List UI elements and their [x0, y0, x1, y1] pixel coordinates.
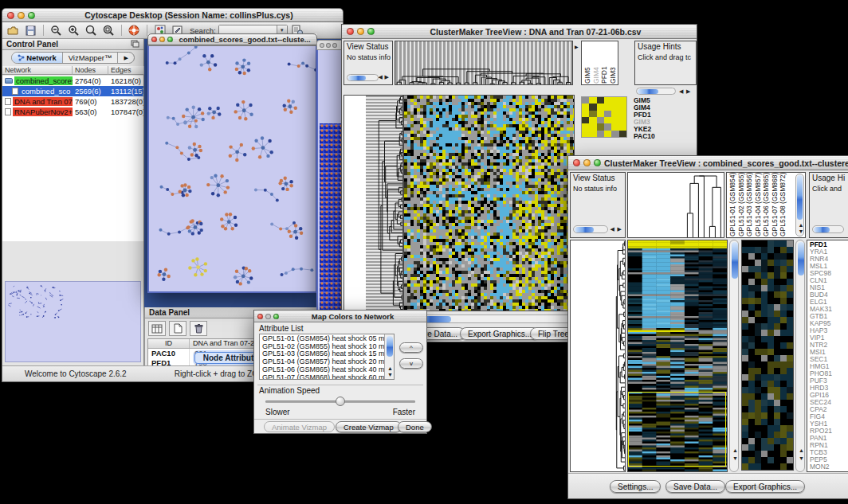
minimize-button[interactable]: [159, 37, 165, 42]
close-button[interactable]: [7, 12, 14, 19]
tv2-column-dendrogram[interactable]: [627, 172, 724, 238]
tv2-genelist-scrollbar[interactable]: ▲ ▼: [795, 240, 805, 472]
scroll-down-icon[interactable]: ▼: [799, 455, 804, 462]
animation-speed-slider[interactable]: [265, 400, 415, 403]
tab-vizmapper[interactable]: VizMapper™: [63, 53, 119, 63]
scroll-right-icon[interactable]: ▶: [618, 226, 622, 232]
treeview1-titlebar[interactable]: ClusterMaker TreeView : DNA and Tran 07-…: [342, 25, 697, 39]
expand-arrow-icon[interactable]: ▶: [575, 44, 579, 49]
column-label[interactable]: GPL51-01 (GSM854): [728, 174, 737, 236]
column-label[interactable]: GIM4: [592, 42, 601, 84]
column-label[interactable]: GPL51-03 (GSM856): [745, 174, 754, 236]
minimize-button[interactable]: [583, 159, 591, 166]
view-status-scrollbar[interactable]: [573, 225, 608, 233]
animate-vizmap-button[interactable]: Animate Vizmap: [264, 421, 335, 432]
tv2-row-dendrogram[interactable]: [570, 240, 626, 472]
float-panel-icon[interactable]: [131, 40, 139, 49]
save-session-button[interactable]: [23, 24, 38, 37]
delete-attribute-button[interactable]: [190, 321, 207, 336]
scroll-down-icon[interactable]: ▼: [799, 229, 804, 235]
tab-network[interactable]: Network: [12, 53, 62, 63]
gene-label[interactable]: PAC10: [634, 133, 655, 140]
cytoscape-titlebar[interactable]: Cytoscape Desktop (Session Name: collins…: [2, 8, 344, 22]
attribute-list-scrollbar[interactable]: ▲ ▼: [384, 334, 394, 379]
tv1-zoom-hscrollbar[interactable]: [636, 88, 676, 95]
usage-hints-scrollbar[interactable]: [812, 225, 844, 233]
column-label[interactable]: GPL51-08 (GSM872): [779, 174, 787, 236]
scroll-down-icon[interactable]: ▼: [732, 455, 738, 462]
export-graphics-button[interactable]: Export Graphics...: [460, 327, 540, 340]
tv2-zoom-heatmap[interactable]: [741, 240, 794, 471]
close-button[interactable]: [257, 314, 263, 319]
dialog-titlebar[interactable]: Map Colors to Network: [254, 311, 426, 322]
network-view-titlebar[interactable]: combined_scores_good.txt--cluste...: [147, 33, 317, 45]
tv1-row-dendrogram[interactable]: [344, 95, 403, 311]
open-session-button[interactable]: [6, 24, 21, 37]
close-button[interactable]: [151, 37, 157, 42]
save-data-button[interactable]: Save Data...: [665, 480, 725, 493]
gene-label[interactable]: MON2: [810, 463, 848, 471]
tv1-column-dendrogram[interactable]: [395, 41, 573, 85]
scroll-up-icon[interactable]: ▲: [799, 447, 804, 454]
close-button[interactable]: [320, 43, 324, 48]
column-label[interactable]: GIM3: [609, 42, 618, 84]
network-row[interactable]: DNA and Tran 07769(0)183728(0): [2, 96, 143, 107]
treeview2-titlebar[interactable]: ClusterMaker TreeView : combined_scores_…: [568, 156, 848, 170]
network-row[interactable]: combined_scores2764(0)16218(0): [2, 76, 143, 86]
move-up-button[interactable]: ^: [399, 342, 423, 353]
zoom-button[interactable]: [28, 12, 35, 19]
scroll-left-icon[interactable]: ◀: [679, 88, 683, 95]
column-label[interactable]: PFD1: [600, 42, 609, 84]
zoom-button[interactable]: [367, 28, 375, 35]
zoom-in-icon[interactable]: [66, 24, 81, 37]
minimize-button[interactable]: [18, 12, 25, 19]
close-button[interactable]: [573, 159, 580, 166]
tv1-zoom-matrix[interactable]: [581, 96, 627, 138]
minimize-button[interactable]: [326, 43, 331, 48]
tab-more[interactable]: ▶: [118, 53, 133, 63]
column-label[interactable]: YKE2: [617, 42, 618, 84]
done-button[interactable]: Done: [398, 421, 432, 432]
scroll-right-icon[interactable]: ▶: [686, 88, 690, 95]
scroll-down-icon[interactable]: ▼: [387, 372, 393, 378]
network-row[interactable]: combined_sco2569(6)13112(15): [2, 86, 143, 96]
tv2-column-labels-scrollbar[interactable]: ▲ ▼: [795, 174, 804, 236]
network-row[interactable]: RNAPuberNov2+!563(0)107847(0): [2, 107, 143, 117]
attribute-listbox[interactable]: GPL51-01 (GSM854) heat shock 05 minGPL51…: [259, 334, 395, 380]
zoom-button[interactable]: [167, 37, 173, 42]
scroll-right-icon[interactable]: ▶: [385, 74, 389, 80]
select-attributes-button[interactable]: [148, 321, 166, 336]
background-window-titlebar[interactable]: [316, 40, 342, 50]
attribute-list-item[interactable]: GPL51-07 (GSM868) heat shock 60 min: [261, 374, 383, 380]
help-lifering-icon[interactable]: [127, 24, 142, 37]
settings-button[interactable]: Settings...: [610, 480, 661, 493]
column-label[interactable]: GPL51-07 (GSM868): [771, 174, 779, 236]
minimize-button[interactable]: [265, 314, 271, 319]
create-vizmap-button[interactable]: Create Vizmap: [336, 421, 402, 432]
column-label[interactable]: GPL51-06 (GSM865): [762, 174, 771, 236]
scroll-up-icon[interactable]: ▲: [799, 222, 804, 229]
scroll-left-icon[interactable]: ◀: [610, 226, 614, 232]
network-overview[interactable]: [5, 281, 141, 362]
slider-thumb[interactable]: [336, 397, 345, 406]
column-label[interactable]: GIM5: [583, 42, 592, 84]
zoom-button[interactable]: [594, 159, 601, 166]
scroll-up-icon[interactable]: ▲: [732, 447, 738, 454]
scroll-up-icon[interactable]: ▲: [387, 365, 393, 372]
scroll-left-icon[interactable]: ◀: [379, 74, 383, 80]
tv1-heatmap[interactable]: [403, 95, 575, 311]
tv2-heatmap-vscrollbar[interactable]: ▲ ▼: [729, 240, 739, 472]
zoom-button[interactable]: [273, 314, 279, 319]
column-label[interactable]: GPL51-04 (GSM857): [754, 174, 763, 236]
move-down-button[interactable]: v: [399, 358, 423, 369]
new-attribute-button[interactable]: [169, 321, 186, 336]
tv2-heatmap[interactable]: [627, 240, 728, 472]
close-button[interactable]: [347, 28, 354, 35]
network-canvas[interactable]: [147, 45, 317, 293]
column-label[interactable]: GPL51-02 (GSM855): [737, 174, 746, 236]
minimize-button[interactable]: [357, 28, 364, 35]
zoom-out-icon[interactable]: [49, 24, 64, 37]
zoom-button[interactable]: [332, 43, 337, 48]
zoom-fit-icon[interactable]: [84, 24, 99, 37]
zoom-selected-icon[interactable]: [101, 24, 116, 37]
